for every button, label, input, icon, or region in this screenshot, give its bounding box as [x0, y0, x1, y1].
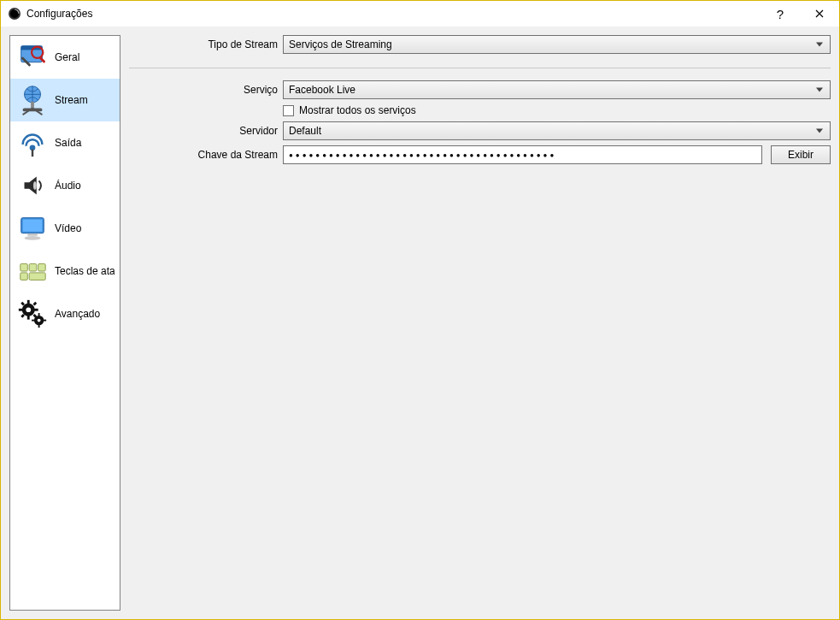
sidebar-item-label: Saída [55, 137, 115, 149]
svg-point-33 [38, 319, 41, 322]
svg-rect-24 [27, 300, 30, 304]
stream-type-value: Serviços de Streaming [289, 38, 392, 50]
sidebar-item-label: Geral [55, 51, 115, 63]
sidebar-item-stream[interactable]: Stream [10, 79, 120, 121]
svg-rect-30 [32, 302, 37, 306]
svg-rect-37 [43, 320, 46, 322]
row-server: Servidor Default [129, 121, 831, 140]
svg-rect-15 [27, 234, 37, 236]
svg-rect-17 [21, 263, 28, 271]
row-service: Serviço Facebook Live [129, 80, 831, 99]
close-icon [815, 7, 824, 21]
svg-rect-27 [34, 309, 38, 311]
svg-rect-11 [32, 150, 33, 157]
stream-type-select[interactable]: Serviços de Streaming [283, 35, 831, 54]
sidebar-item-label: Stream [55, 94, 115, 106]
checkbox-box-icon [283, 105, 294, 116]
sidebar-item-advanced[interactable]: Avançado [10, 292, 120, 335]
service-label: Serviço [129, 84, 283, 96]
show-all-services-label: Mostrar todos os serviços [299, 104, 416, 116]
svg-point-16 [25, 236, 41, 240]
service-value: Facebook Live [289, 84, 355, 96]
dialog-body: Geral Stream [1, 27, 839, 619]
show-all-services-checkbox[interactable]: Mostrar todos os serviços [283, 104, 416, 116]
wrench-icon [15, 40, 50, 74]
show-key-button[interactable]: Exibir [771, 145, 831, 164]
stream-key-label: Chave da Stream [129, 149, 283, 161]
sidebar-item-label: Avançado [55, 308, 115, 320]
keyboard-icon [15, 254, 50, 288]
svg-rect-25 [27, 316, 30, 320]
sidebar-item-audio[interactable]: Áudio [10, 164, 120, 207]
row-stream-type: Tipo de Stream Serviços de Streaming [129, 35, 831, 54]
help-icon: ? [777, 7, 784, 21]
help-button[interactable]: ? [761, 1, 800, 27]
stream-settings-panel: Tipo de Stream Serviços de Streaming Ser… [129, 35, 831, 611]
row-show-all: Mostrar todos os serviços [129, 104, 831, 116]
svg-rect-36 [32, 320, 35, 322]
titlebar: Configurações ? [1, 1, 839, 27]
monitor-icon [15, 211, 50, 245]
broadcast-icon [15, 126, 50, 160]
stream-key-input[interactable]: ●●●●●●●●●●●●●●●●●●●●●●●●●●●●●●●●●●●●●●●● [283, 145, 762, 164]
server-value: Default [289, 125, 321, 137]
settings-window: Configurações ? [0, 0, 840, 620]
sidebar-item-label: Teclas de atalho [55, 265, 115, 277]
stream-type-label: Tipo de Stream [129, 38, 283, 50]
stream-key-value: ●●●●●●●●●●●●●●●●●●●●●●●●●●●●●●●●●●●●●●●● [289, 151, 556, 159]
separator [129, 68, 831, 68]
svg-rect-21 [29, 273, 45, 280]
svg-rect-26 [19, 309, 23, 311]
svg-rect-20 [21, 273, 28, 280]
svg-rect-8 [31, 102, 34, 109]
sidebar-item-output[interactable]: Saída [10, 121, 120, 164]
server-label: Servidor [129, 125, 283, 137]
svg-rect-18 [29, 263, 37, 271]
row-stream-key: Chave da Stream ●●●●●●●●●●●●●●●●●●●●●●●●… [129, 145, 831, 164]
svg-rect-34 [38, 313, 40, 316]
server-select[interactable]: Default [283, 121, 831, 140]
settings-sidebar: Geral Stream [9, 35, 120, 611]
globe-network-icon [15, 83, 50, 117]
svg-rect-14 [23, 220, 43, 232]
service-select[interactable]: Facebook Live [283, 80, 831, 99]
svg-point-23 [26, 307, 31, 312]
gears-icon [15, 297, 50, 331]
svg-point-12 [33, 181, 37, 190]
window-title: Configurações [26, 8, 761, 20]
sidebar-item-general[interactable]: Geral [10, 36, 120, 79]
show-key-button-label: Exibir [788, 149, 814, 161]
app-icon [8, 7, 21, 21]
speaker-icon [15, 168, 50, 203]
sidebar-item-label: Áudio [55, 180, 115, 192]
close-button[interactable] [800, 1, 839, 27]
svg-rect-35 [38, 324, 40, 328]
sidebar-item-video[interactable]: Vídeo [10, 207, 120, 250]
svg-rect-19 [38, 263, 46, 271]
sidebar-item-hotkeys[interactable]: Teclas de atalho [10, 250, 120, 292]
sidebar-item-label: Vídeo [55, 222, 115, 234]
